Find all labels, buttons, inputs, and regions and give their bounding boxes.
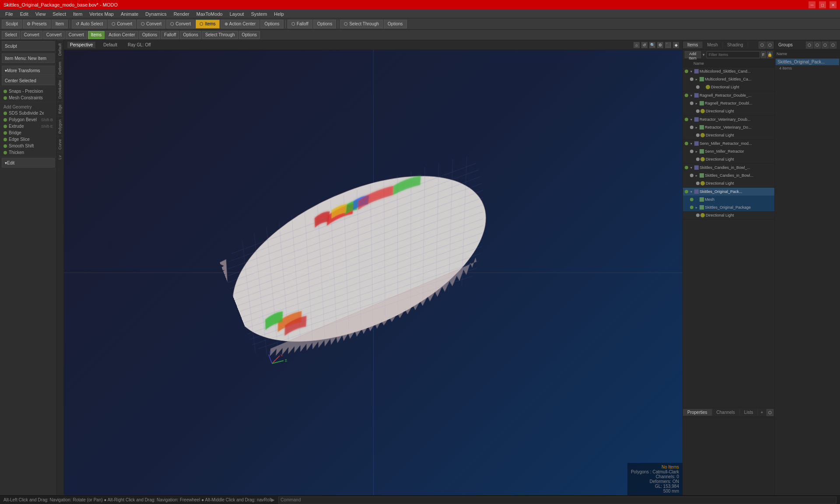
visibility-dot[interactable]	[685, 70, 688, 73]
menu-vertex-map[interactable]: Vertex Map	[86, 10, 117, 18]
expand-icon[interactable]: ⬡	[759, 42, 766, 49]
tab-deform[interactable]: Deform	[57, 59, 63, 77]
viewport-tab-default[interactable]: Default	[101, 42, 120, 48]
add-prop-button[interactable]: +	[758, 409, 766, 416]
action-center-tab[interactable]: Action Center	[105, 31, 138, 39]
select-through-tab[interactable]: Select Through	[202, 31, 238, 39]
auto-select-button[interactable]: ↺ Auto Select	[72, 20, 107, 28]
add-item-button[interactable]: Add Item	[685, 51, 701, 58]
options-tab-2[interactable]: Options	[180, 31, 201, 39]
lists-tab[interactable]: Lists	[740, 409, 758, 416]
options-button-1[interactable]: Options	[260, 20, 283, 28]
convert-button-1[interactable]: ⬡ Convert	[108, 20, 136, 28]
mesh-toggle[interactable]: ▸	[694, 77, 699, 81]
tab-dodekalite[interactable]: Dodekalite	[57, 77, 63, 102]
items-tab[interactable]: Items	[88, 31, 105, 39]
action-center-button[interactable]: ⊕ Action Center	[220, 20, 260, 28]
viewport-icon-5[interactable]: ⬛	[665, 42, 671, 48]
convert-tab-3[interactable]: Convert	[66, 31, 87, 39]
extrude-item[interactable]: Extrude Shift-E	[2, 123, 55, 130]
group-row-2[interactable]: ▾ Ragnell_Retractor_Double_...	[683, 91, 774, 99]
toggle-2[interactable]: ▾	[689, 93, 693, 98]
falloff-button[interactable]: ⬡ Falloff	[287, 20, 312, 28]
sds-subdivide-item[interactable]: SDS Subdivide 2x	[2, 110, 55, 116]
viewport-icon-4[interactable]: ⚙	[657, 42, 663, 48]
lock-icon[interactable]: 🔒	[767, 51, 773, 58]
select-tab[interactable]: Select	[2, 31, 20, 39]
filter-icon[interactable]: F	[761, 51, 766, 58]
light-vis-dot[interactable]	[696, 85, 700, 89]
groups-icon-3[interactable]: ⬡	[822, 42, 829, 49]
options-button-2[interactable]: Options	[313, 20, 336, 28]
groups-content[interactable]: Skittles_Original_Pack... 4 items	[775, 58, 840, 495]
canvas-area[interactable]: X Z Y No Items Polygons : Catmull-Clark …	[64, 50, 682, 495]
viewport-icon-2[interactable]: ↺	[641, 42, 648, 48]
light-row-1[interactable]: Directional Light	[683, 83, 774, 91]
viewport-ray-mode[interactable]: Ray GL: Off	[125, 42, 154, 48]
viewport-icon-3[interactable]: 🔍	[649, 42, 655, 48]
menu-select[interactable]: Select	[49, 10, 70, 18]
groups-icon-4[interactable]: ⬡	[830, 42, 836, 49]
menu-system[interactable]: System	[248, 10, 271, 18]
options-tab-1[interactable]: Options	[139, 31, 160, 39]
menu-edit[interactable]: Edit	[17, 10, 32, 18]
menu-item[interactable]: Item	[70, 10, 86, 18]
command-input[interactable]	[278, 497, 836, 504]
toggle-1[interactable]: ▾	[689, 69, 693, 74]
add-item-dropdown[interactable]: ▾	[703, 52, 705, 57]
select-through-button[interactable]: ⬡ Select Through	[340, 20, 383, 28]
tab-polygon[interactable]: Polygon	[57, 116, 63, 136]
menu-help[interactable]: Help	[270, 10, 287, 18]
items-panel-tab[interactable]: Items	[683, 42, 703, 48]
viewport-icon-1[interactable]: ⌂	[634, 42, 640, 48]
presets-button[interactable]: ⚙ Presets	[23, 20, 51, 28]
menu-render[interactable]: Render	[170, 10, 193, 18]
convert-button-2[interactable]: ⬡ Convert	[137, 20, 165, 28]
close-button[interactable]: ✕	[830, 1, 836, 8]
collapse-icon[interactable]: ⬡	[766, 42, 774, 49]
edit-button[interactable]: ▾ Edit	[2, 158, 55, 168]
item-menu-button[interactable]: Item Menu: New Item	[2, 53, 55, 63]
tab-curve[interactable]: Curve	[57, 136, 63, 152]
menu-file[interactable]: File	[2, 10, 17, 18]
options-button-3[interactable]: Options	[384, 20, 406, 28]
light-row-2[interactable]: Directional Light	[683, 107, 774, 115]
convert-tab-2[interactable]: Convert	[43, 31, 65, 39]
channels-tab[interactable]: Channels	[712, 409, 740, 416]
edge-slice-item[interactable]: Edge Slice	[2, 136, 55, 143]
thicken-item[interactable]: Thicken	[2, 149, 55, 156]
more-transforms-button[interactable]: ▾ More Transforms	[2, 66, 55, 75]
menu-maxtomodo[interactable]: MaxToModo	[193, 10, 226, 18]
polygon-bevel-item[interactable]: Polygon Bevel Shift-B	[2, 116, 55, 123]
viewport-icon-6[interactable]: ◆	[673, 42, 679, 48]
group-row-1[interactable]: ▾ Multicolored_Skittles_Cand...	[683, 67, 774, 75]
minimize-button[interactable]: ─	[808, 1, 816, 8]
items-button[interactable]: ⬡ Items	[196, 20, 219, 28]
center-selected-button[interactable]: Center Selected	[2, 76, 55, 85]
properties-tab[interactable]: Properties	[683, 409, 712, 416]
mesh-vis-dot[interactable]	[690, 77, 693, 81]
mesh-row-1[interactable]: ▸ Multicolored_Skittles_Ca...	[683, 75, 774, 83]
options-tab-3[interactable]: Options	[239, 31, 260, 39]
menu-view[interactable]: View	[32, 10, 49, 18]
shading-panel-tab[interactable]: Shading	[723, 42, 748, 48]
item-button[interactable]: Item	[52, 20, 68, 28]
groups-icon-1[interactable]: ⬡	[806, 42, 813, 49]
group-item-1[interactable]: Skittles_Original_Pack...	[776, 59, 839, 65]
sculpt-mode-button[interactable]: Sculpt	[2, 41, 55, 51]
convert-tab-1[interactable]: Convert	[21, 31, 42, 39]
bridge-item[interactable]: Bridge	[2, 130, 55, 136]
visibility-dot-2[interactable]	[685, 94, 688, 97]
groups-icon-2[interactable]: ⬡	[814, 42, 821, 49]
items-list[interactable]: ▾ Multicolored_Skittles_Cand... ▸ Multic…	[683, 67, 774, 408]
sculpt-button[interactable]: Sculpt	[2, 20, 22, 28]
smooth-shift-item[interactable]: Smooth Shift	[2, 143, 55, 149]
filter-items-input[interactable]	[707, 51, 760, 58]
tab-default[interactable]: Default	[57, 40, 63, 59]
maximize-button[interactable]: □	[819, 1, 826, 8]
group-row-3[interactable]: ▾ Retractor_Veterinary_Doub...	[683, 116, 774, 123]
group-row-6-selected[interactable]: ▾ Skittles_Original_Pack...	[683, 188, 774, 196]
snaps-item[interactable]: Snaps - Precision	[2, 88, 55, 94]
tab-edge[interactable]: Edge	[57, 102, 63, 116]
expand-props-icon[interactable]: ⬡	[766, 409, 774, 416]
